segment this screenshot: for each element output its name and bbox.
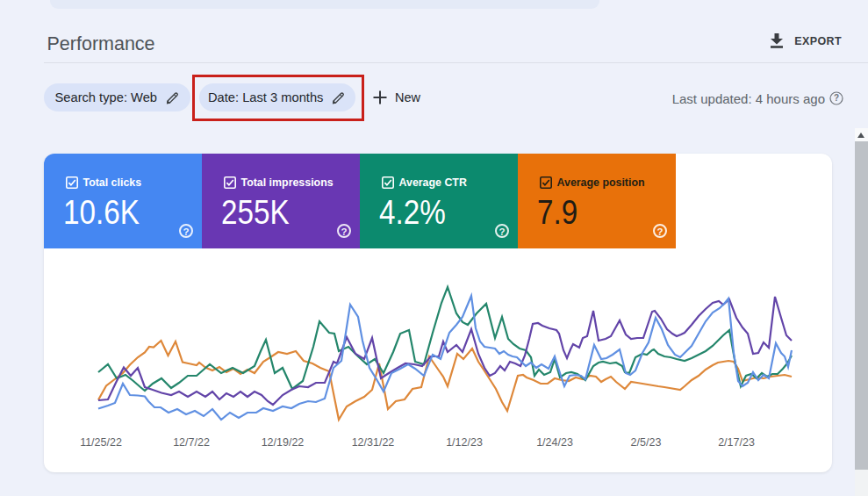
svg-text:?: ? (834, 93, 839, 103)
